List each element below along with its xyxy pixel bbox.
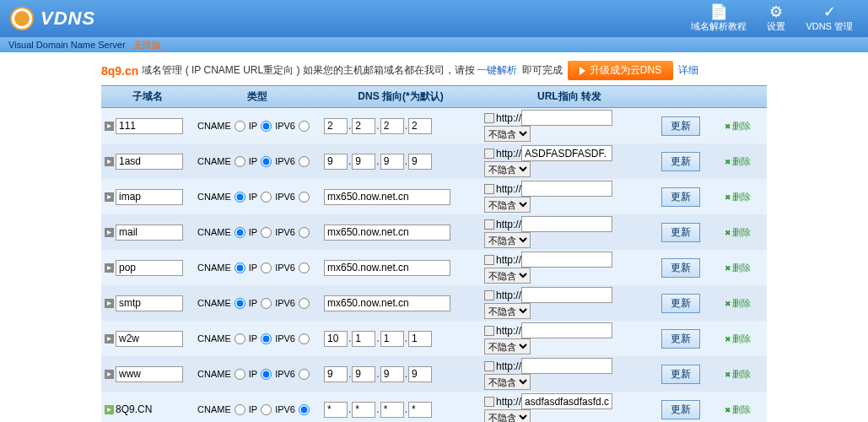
ipv6-label[interactable]: IPV6 — [275, 262, 311, 273]
dns-full-input[interactable] — [324, 260, 450, 276]
ip-radio[interactable] — [261, 333, 272, 344]
del-link[interactable]: 删除 — [725, 262, 751, 273]
ip-label[interactable]: IP — [249, 227, 273, 237]
upgrade-button[interactable]: 升级成为云DNS — [568, 61, 673, 80]
ipv6-label[interactable]: IPV6 — [275, 369, 311, 379]
cname-label[interactable]: CNAME — [197, 262, 247, 273]
ip-seg-input[interactable] — [380, 331, 404, 347]
nav-item-1[interactable]: ⚙设置 — [757, 2, 795, 35]
ip-seg-input[interactable] — [352, 154, 375, 170]
url-input[interactable] — [521, 110, 612, 126]
ip-label[interactable]: IP — [249, 404, 273, 414]
hide-select[interactable]: 不隐含 — [484, 161, 531, 177]
ip-label[interactable]: IP — [249, 192, 273, 202]
update-button[interactable]: 更新 — [661, 116, 700, 136]
ip-seg-input[interactable] — [380, 154, 404, 170]
url-checkbox[interactable] — [484, 149, 494, 159]
ip-seg-input[interactable] — [324, 402, 348, 418]
del-link[interactable]: 删除 — [725, 121, 751, 131]
update-button[interactable]: 更新 — [661, 258, 700, 278]
hide-select[interactable]: 不隐含 — [484, 374, 531, 390]
update-button[interactable]: 更新 — [661, 187, 700, 207]
del-link[interactable]: 删除 — [725, 369, 751, 379]
ip-radio[interactable] — [261, 262, 272, 273]
update-button[interactable]: 更新 — [661, 294, 700, 313]
ip-label[interactable]: IP — [249, 262, 273, 273]
url-checkbox[interactable] — [484, 326, 494, 336]
cname-radio[interactable] — [235, 121, 245, 132]
cname-radio[interactable] — [235, 192, 245, 203]
ip-seg-input[interactable] — [408, 154, 432, 170]
nav-item-0[interactable]: 📄域名解析教程 — [681, 2, 757, 35]
cname-label[interactable]: CNAME — [197, 156, 247, 166]
hide-select[interactable]: 不隐含 — [484, 409, 531, 422]
detail-link[interactable]: 详细 — [678, 63, 698, 78]
ip-seg-input[interactable] — [408, 402, 432, 418]
sub-input[interactable] — [116, 295, 183, 311]
ipv6-radio[interactable] — [299, 262, 310, 273]
hide-select[interactable]: 不隐含 — [484, 197, 531, 213]
url-checkbox[interactable] — [484, 361, 494, 371]
sub-input[interactable] — [116, 154, 183, 170]
url-checkbox[interactable] — [484, 397, 494, 407]
sub-input[interactable] — [116, 189, 183, 205]
url-input[interactable] — [521, 216, 612, 232]
ipv6-radio[interactable] — [299, 298, 310, 309]
url-input[interactable] — [521, 145, 612, 161]
ipv6-radio[interactable] — [299, 404, 310, 415]
cname-label[interactable]: CNAME — [197, 333, 247, 344]
url-checkbox[interactable] — [484, 113, 494, 123]
ipv6-label[interactable]: IPV6 — [275, 298, 311, 308]
onekey-link[interactable]: 一键解析 — [477, 63, 517, 78]
ipv6-label[interactable]: IPV6 — [275, 404, 311, 414]
url-input[interactable] — [521, 181, 612, 197]
cname-label[interactable]: CNAME — [197, 227, 247, 237]
ip-seg-input[interactable] — [324, 331, 348, 347]
ip-radio[interactable] — [261, 156, 272, 167]
ip-seg-input[interactable] — [408, 331, 432, 347]
ipv6-label[interactable]: IPV6 — [275, 192, 311, 202]
hide-select[interactable]: 不隐含 — [484, 126, 531, 142]
cname-radio[interactable] — [235, 404, 245, 415]
cname-label[interactable]: CNAME — [197, 404, 247, 414]
ip-seg-input[interactable] — [380, 366, 404, 382]
ip-label[interactable]: IP — [249, 121, 273, 131]
url-input[interactable] — [521, 252, 612, 268]
sub-input[interactable] — [116, 225, 183, 241]
ipv6-label[interactable]: IPV6 — [275, 227, 311, 237]
ipv6-label[interactable]: IPV6 — [275, 156, 311, 166]
ipv6-radio[interactable] — [299, 333, 310, 344]
update-button[interactable]: 更新 — [661, 400, 700, 419]
ip-radio[interactable] — [261, 298, 272, 309]
update-button[interactable]: 更新 — [661, 365, 700, 384]
del-link[interactable]: 删除 — [725, 156, 751, 166]
sub-input[interactable] — [116, 118, 183, 134]
ip-seg-input[interactable] — [324, 154, 348, 170]
ipv6-radio[interactable] — [299, 121, 310, 132]
ip-seg-input[interactable] — [324, 366, 348, 382]
url-checkbox[interactable] — [484, 219, 494, 230]
url-input[interactable] — [521, 322, 612, 338]
ip-radio[interactable] — [261, 404, 272, 415]
ip-seg-input[interactable] — [324, 118, 348, 134]
ip-seg-input[interactable] — [380, 402, 404, 418]
ip-radio[interactable] — [261, 121, 272, 132]
update-button[interactable]: 更新 — [661, 223, 700, 242]
ip-radio[interactable] — [261, 369, 272, 380]
del-link[interactable]: 删除 — [725, 192, 751, 202]
sub-input[interactable] — [116, 366, 183, 382]
ip-seg-input[interactable] — [352, 402, 375, 418]
ipv6-radio[interactable] — [299, 227, 310, 238]
url-checkbox[interactable] — [484, 184, 494, 194]
ip-label[interactable]: IP — [249, 333, 273, 344]
ip-radio[interactable] — [261, 227, 272, 238]
cname-label[interactable]: CNAME — [197, 121, 247, 131]
del-link[interactable]: 删除 — [725, 404, 751, 414]
del-link[interactable]: 删除 — [725, 227, 751, 237]
sub-input[interactable] — [116, 331, 183, 347]
cname-radio[interactable] — [235, 227, 245, 238]
cname-label[interactable]: CNAME — [197, 192, 247, 202]
sub-input[interactable] — [116, 260, 183, 276]
cname-radio[interactable] — [235, 156, 245, 167]
cname-radio[interactable] — [235, 298, 245, 309]
